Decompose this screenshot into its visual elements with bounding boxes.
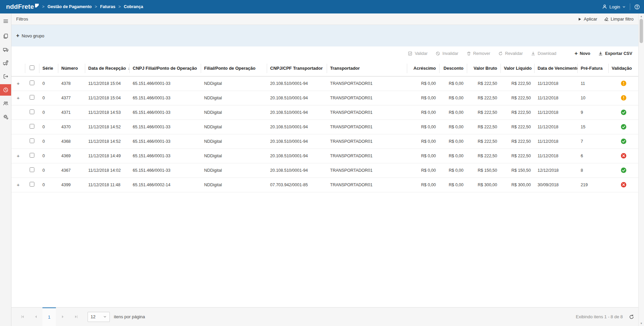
cell-pre-fatura: 10 — [577, 91, 608, 105]
login-menu[interactable]: Login — [602, 4, 626, 9]
pager-right: Exibindo itens 1 - 8 de 8 — [576, 314, 634, 320]
cell-validacao — [608, 134, 638, 149]
cell-valor-liquido: R$ 222,50 — [501, 120, 534, 134]
col-cnpj-filial[interactable]: CNPJ Filial/Ponto de Operação — [129, 61, 201, 76]
expand-row-button[interactable]: + — [15, 80, 21, 86]
cell-expand — [11, 134, 25, 149]
status-error-icon[interactable] — [621, 153, 626, 158]
cell-valor-bruto: R$ 222,50 — [467, 120, 501, 134]
row-checkbox[interactable] — [30, 80, 34, 85]
col-desconto[interactable]: Desconto — [439, 61, 467, 76]
expand-row-button[interactable]: + — [15, 153, 21, 159]
status-warning-icon[interactable] — [621, 81, 626, 86]
cell-numero: 4368 — [58, 134, 85, 149]
app-logo[interactable]: nddFrete — [6, 3, 39, 10]
chevron-down-icon — [622, 5, 626, 9]
row-checkbox[interactable] — [30, 167, 34, 172]
pager-next-button[interactable] — [56, 307, 69, 326]
status-ok-icon[interactable] — [621, 168, 626, 172]
header-select-all — [25, 61, 39, 76]
cell-numero: 4377 — [58, 91, 85, 105]
col-valor-bruto[interactable]: Valor Bruto — [467, 61, 501, 76]
export-csv-button[interactable]: Exportar CSV — [598, 51, 632, 56]
row-checkbox[interactable] — [30, 138, 34, 143]
play-icon — [578, 17, 582, 21]
cell-valor-bruto: R$ 222,50 — [467, 76, 501, 91]
grid-toolbar: Validar Invalidar Remover Revalidar Down… — [11, 46, 638, 61]
sidebar-item-users[interactable] — [0, 98, 11, 109]
expand-row-button[interactable]: + — [15, 182, 21, 188]
sidebar-item-billing[interactable] — [0, 84, 11, 96]
scroll-down-arrow[interactable]: ▼ — [639, 321, 644, 326]
apply-filter-button[interactable]: Aplicar — [578, 17, 597, 22]
status-ok-icon[interactable] — [621, 124, 626, 129]
col-data-vencimento[interactable]: Data de Vencimento — [534, 61, 577, 76]
cell-vencimento: 30/09/2018 — [534, 177, 577, 192]
cell-validacao — [608, 149, 638, 163]
scrollbar-thumb[interactable] — [640, 19, 643, 43]
col-serie[interactable]: Série — [39, 61, 58, 76]
status-ok-icon[interactable] — [621, 110, 626, 115]
col-acrescimo[interactable]: Acréscimo — [407, 61, 439, 76]
revalidate-button[interactable]: Revalidar — [498, 51, 523, 56]
sidebar-menu-toggle[interactable] — [0, 15, 11, 27]
validate-button[interactable]: Validar — [408, 51, 427, 56]
cell-data-recepcao: 11/12/2018 14:52 — [85, 134, 129, 149]
download-button[interactable]: Download — [531, 51, 556, 56]
cell-serie: 0 — [39, 105, 58, 120]
col-transportador[interactable]: Transportador — [327, 61, 407, 76]
header-expand — [11, 61, 25, 76]
remove-button[interactable]: Remover — [466, 51, 490, 56]
pager-page-1[interactable]: 1 — [42, 307, 56, 326]
breadcrumb-separator: > — [42, 4, 44, 9]
status-ok-icon[interactable] — [621, 139, 626, 143]
new-button[interactable]: + Novo — [575, 51, 590, 56]
col-valor-liquido[interactable]: Valor Líquido — [501, 61, 534, 76]
pager-prev-button[interactable] — [29, 307, 42, 326]
status-error-icon[interactable] — [621, 182, 626, 187]
page-size-select[interactable]: 12 — [88, 312, 110, 322]
cell-cnpj-transportador: 20.108.510/0001-94 — [267, 76, 327, 91]
breadcrumb-item-gestao-de-pagamento[interactable]: Gestão de Pagamento — [47, 4, 92, 9]
select-all-checkbox[interactable] — [30, 65, 34, 70]
breadcrumb-item-faturas[interactable]: Faturas — [100, 4, 115, 9]
breadcrumb-item-cobranca[interactable]: Cobrança — [124, 4, 143, 9]
revalidate-label: Revalidar — [505, 51, 523, 56]
row-checkbox[interactable] — [30, 109, 34, 114]
col-validacao[interactable]: Validação — [608, 61, 638, 76]
pager-first-button[interactable] — [15, 307, 29, 326]
col-cnpj-transportador[interactable]: CNPJ/CPF Transportador — [267, 61, 327, 76]
sidebar-item-documents[interactable] — [0, 30, 11, 42]
col-pre-fatura[interactable]: Pré-Fatura — [577, 61, 608, 76]
expand-row-button[interactable]: + — [15, 95, 21, 101]
help-button[interactable] — [634, 4, 640, 10]
row-checkbox[interactable] — [30, 95, 34, 100]
table-row: +0437811/12/2018 15:0465.151.466/0001-33… — [11, 76, 638, 91]
sidebar-item-freight[interactable] — [0, 44, 11, 55]
cell-expand: + — [11, 149, 25, 163]
invalidate-button[interactable]: Invalidar — [436, 51, 458, 56]
cell-acrescimo: R$ 0,00 — [407, 177, 439, 192]
status-warning-icon[interactable] — [621, 95, 626, 100]
col-numero[interactable]: Número — [58, 61, 85, 76]
cell-desconto: R$ 0,00 — [439, 134, 467, 149]
col-filial[interactable]: Filial/Ponto de Operação — [201, 61, 267, 76]
chevron-down-icon — [103, 315, 107, 319]
row-checkbox[interactable] — [30, 182, 34, 187]
scroll-up-arrow[interactable]: ▲ — [639, 13, 644, 19]
apply-filter-label: Aplicar — [584, 17, 597, 22]
refresh-grid-button[interactable] — [629, 314, 634, 320]
sidebar-item-freight-schedule[interactable] — [0, 57, 11, 69]
cell-desconto: R$ 0,00 — [439, 120, 467, 134]
col-data-recepcao[interactable]: Data de Recepção↓ — [85, 61, 129, 76]
row-checkbox[interactable] — [30, 153, 34, 158]
new-group-button[interactable]: + Novo grupo — [16, 33, 44, 38]
clear-filter-button[interactable]: Limpar filtro — [604, 17, 634, 22]
sidebar-item-settings[interactable] — [0, 111, 11, 123]
sidebar-item-export[interactable] — [0, 71, 11, 82]
cell-transportador: TRANSPORTADOR01 — [327, 120, 407, 134]
row-checkbox[interactable] — [30, 124, 34, 129]
pager-last-button[interactable] — [69, 307, 83, 326]
filters-title[interactable]: Filtros — [16, 17, 28, 22]
refresh-icon — [498, 51, 503, 56]
